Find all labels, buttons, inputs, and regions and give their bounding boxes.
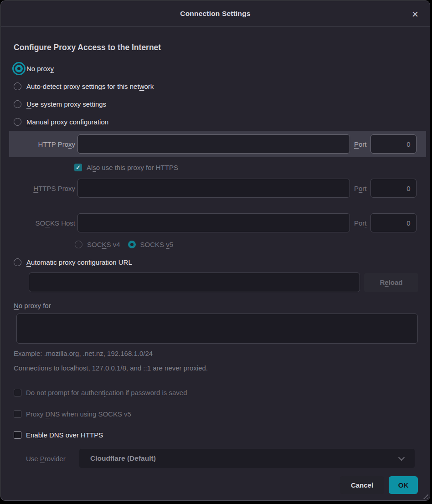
http-proxy-row: HTTP Proxy Port bbox=[9, 131, 426, 157]
http-proxy-input[interactable] bbox=[77, 134, 350, 154]
cancel-button[interactable]: Cancel bbox=[340, 476, 384, 494]
chevron-down-icon bbox=[398, 454, 405, 460]
auto-url-input[interactable] bbox=[29, 273, 360, 292]
auto-url-row: Reload bbox=[29, 273, 426, 292]
checkbox-label-dns-over-https: Enable DNS over HTTPS bbox=[26, 431, 103, 439]
https-port-label: Port bbox=[354, 185, 367, 192]
radio-option-auto-detect[interactable]: Auto-detect proxy settings for this netw… bbox=[1, 77, 430, 95]
https-proxy-input[interactable] bbox=[77, 179, 350, 198]
close-icon[interactable]: ✕ bbox=[410, 9, 421, 20]
no-proxy-for-label: No proxy for bbox=[14, 302, 430, 309]
dialog-footer: Cancel OK bbox=[1, 476, 418, 494]
checkbox-label-proxy-dns: Proxy DNS when using SOCKS v5 bbox=[26, 410, 131, 418]
no-proxy-note: Connections to localhost, 127.0.0.1/8, a… bbox=[14, 364, 430, 372]
provider-row: Use Provider Cloudflare (Default) bbox=[26, 449, 426, 468]
socks-port-label: Port bbox=[354, 219, 367, 227]
socks-version-row: SOCKS v4 SOCKS v5 bbox=[1, 238, 430, 251]
radio-label-auto-detect: Auto-detect proxy settings for this netw… bbox=[26, 82, 154, 90]
provider-selected-value: Cloudflare (Default) bbox=[90, 454, 156, 463]
socks-host-row: SOCKS Host Port bbox=[9, 213, 426, 233]
radio-label-socks-v5: SOCKS v5 bbox=[140, 241, 174, 248]
radio-icon-socks-v4[interactable] bbox=[75, 241, 82, 248]
https-port-input[interactable] bbox=[370, 179, 417, 198]
checkbox-icon-no-prompt-auth[interactable] bbox=[14, 389, 21, 396]
radio-icon-socks-v5[interactable] bbox=[128, 241, 136, 248]
checkbox-label-no-prompt-auth: Do not prompt for authentication if pass… bbox=[26, 389, 187, 396]
section-heading: Configure Proxy Access to the Internet bbox=[14, 43, 417, 52]
also-https-label: Also use this proxy for HTTPS bbox=[87, 164, 178, 171]
checkbox-option-proxy-dns[interactable]: Proxy DNS when using SOCKS v5 bbox=[14, 408, 430, 419]
provider-label: Use Provider bbox=[26, 455, 74, 463]
radio-option-socks-v5[interactable]: SOCKS v5 bbox=[128, 241, 174, 248]
reload-button[interactable]: Reload bbox=[364, 273, 418, 292]
radio-option-system-proxy[interactable]: Use system proxy settings bbox=[1, 95, 430, 113]
radio-option-no-proxy[interactable]: No proxy bbox=[1, 60, 430, 77]
no-proxy-example: Example: .mozilla.org, .net.nz, 192.168.… bbox=[14, 350, 430, 357]
radio-option-socks-v4[interactable]: SOCKS v4 bbox=[75, 241, 120, 248]
http-port-input[interactable] bbox=[370, 134, 417, 154]
https-proxy-label: HTTPS Proxy bbox=[9, 185, 75, 192]
radio-icon-no-proxy[interactable] bbox=[15, 65, 23, 72]
dialog-titlebar: Connection Settings ✕ bbox=[1, 1, 430, 27]
checkbox-checked-icon[interactable]: ✓ bbox=[74, 164, 82, 171]
socks-port-input[interactable] bbox=[370, 213, 417, 232]
ok-button[interactable]: OK bbox=[389, 476, 418, 494]
checkbox-icon-dns-over-https[interactable] bbox=[14, 431, 21, 439]
no-proxy-for-textarea[interactable] bbox=[16, 314, 418, 344]
dialog-title: Connection Settings bbox=[180, 10, 251, 18]
radio-label-system-proxy: Use system proxy settings bbox=[26, 100, 106, 108]
socks-host-input[interactable] bbox=[77, 213, 350, 232]
connection-settings-dialog: Connection Settings ✕ Configure Proxy Ac… bbox=[0, 0, 430, 501]
radio-label-socks-v4: SOCKS v4 bbox=[87, 241, 120, 248]
https-proxy-row: HTTPS Proxy Port bbox=[9, 178, 426, 198]
socks-host-label: SOCKS Host bbox=[9, 219, 75, 227]
checkbox-icon-proxy-dns[interactable] bbox=[14, 410, 21, 418]
radio-icon-auto-detect[interactable] bbox=[14, 82, 21, 90]
also-https-row[interactable]: ✓ Also use this proxy for HTTPS bbox=[1, 161, 430, 174]
checkbox-option-dns-over-https[interactable]: Enable DNS over HTTPS bbox=[14, 429, 430, 440]
radio-icon-manual-proxy[interactable] bbox=[14, 118, 21, 126]
radio-option-auto-url[interactable]: Automatic proxy configuration URL bbox=[1, 256, 430, 268]
resize-grip[interactable] bbox=[422, 493, 428, 499]
radio-option-manual-proxy[interactable]: Manual proxy configuration bbox=[1, 113, 430, 131]
radio-label-auto-url: Automatic proxy configuration URL bbox=[26, 258, 132, 266]
radio-icon-auto-url[interactable] bbox=[14, 258, 21, 266]
http-proxy-label: HTTP Proxy bbox=[9, 140, 75, 148]
http-port-label: Port bbox=[354, 140, 367, 148]
provider-select[interactable]: Cloudflare (Default) bbox=[79, 449, 415, 468]
checkbox-option-no-prompt-auth[interactable]: Do not prompt for authentication if pass… bbox=[14, 387, 430, 398]
radio-label-no-proxy: No proxy bbox=[26, 65, 54, 72]
radio-label-manual-proxy: Manual proxy configuration bbox=[26, 118, 108, 126]
radio-icon-system-proxy[interactable] bbox=[14, 100, 21, 108]
